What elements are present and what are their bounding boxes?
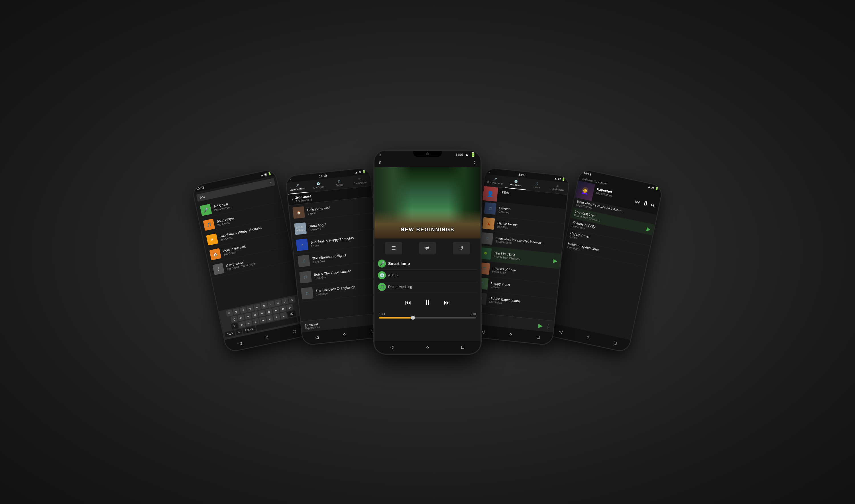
album-thumb-bob: 🎵 xyxy=(299,271,312,283)
camera-dot xyxy=(426,152,429,155)
recents-button[interactable]: □ xyxy=(610,338,620,347)
key-globe[interactable]: ⌂ xyxy=(235,328,243,335)
key-p[interactable]: п xyxy=(258,309,266,317)
key-t[interactable]: т xyxy=(273,313,281,321)
tab-tracks[interactable]: 🎵 Треки xyxy=(328,176,350,190)
pause-btn-rightmost[interactable]: ⏸ xyxy=(642,199,649,208)
song-thumb: ♩ xyxy=(212,263,225,275)
tab-artists-right[interactable]: 🎤 Исполнители xyxy=(484,174,506,188)
key-d[interactable]: д xyxy=(286,304,293,311)
key-u[interactable]: у xyxy=(239,307,247,314)
key-shift[interactable]: ⇧ xyxy=(231,322,238,330)
tab-albums-right[interactable]: 💿 Альбомы xyxy=(505,176,527,190)
back-button[interactable]: ◁ xyxy=(556,327,565,336)
mini-more-icon[interactable]: ⋮ xyxy=(545,323,551,330)
key-r[interactable]: р xyxy=(265,308,273,315)
close-icon[interactable]: × xyxy=(269,180,272,184)
key-ch[interactable]: ч xyxy=(288,296,296,303)
key-shch[interactable]: щ xyxy=(281,298,289,305)
play-arrow-icon[interactable]: ▶ xyxy=(553,257,558,264)
song-thumb-even: 🎵 xyxy=(481,232,493,245)
track-title-row: 🎤 Smart lamp xyxy=(378,258,477,270)
key-y2[interactable]: ы xyxy=(237,314,245,321)
key-g[interactable]: г xyxy=(267,301,275,308)
tab-playlists-right[interactable]: ☰ Плейлисты xyxy=(547,181,569,194)
home-button[interactable]: ○ xyxy=(263,332,272,342)
back-button[interactable]: ◁ xyxy=(313,333,321,342)
recents-button[interactable]: □ xyxy=(289,327,299,336)
mini-play-icon[interactable]: ▶ xyxy=(538,322,543,329)
album-thumb-sand: SANDANGEL xyxy=(294,222,307,235)
track-album: ABGB xyxy=(388,273,397,277)
home-button[interactable]: ○ xyxy=(506,330,515,339)
key-s[interactable]: с xyxy=(252,318,259,325)
playback-controls: ⏮ ⏸ ⏭ xyxy=(378,296,477,309)
progress-thumb[interactable] xyxy=(411,316,415,320)
nav-bar-center: ◁ ○ □ xyxy=(374,341,481,354)
time-right: 14:10 xyxy=(518,173,527,177)
more-icon[interactable]: ⋮ xyxy=(472,160,477,166)
playlist-button[interactable]: ☰ xyxy=(385,242,402,254)
prev-button[interactable]: ⏮ xyxy=(402,296,414,309)
tab-tracks-right[interactable]: 🎵 Треки xyxy=(526,178,548,192)
key-k[interactable]: к xyxy=(247,305,254,312)
key-n[interactable]: н xyxy=(260,302,268,309)
phone-left-screen: ♪ 14:10 ▲ ⊠ 🔋 🎤 Исполнители 💿 Альбомы xyxy=(286,168,387,345)
tab-albums[interactable]: 💿 Альбомы xyxy=(307,178,329,192)
time-leftmost: 10:53 xyxy=(196,185,204,190)
track-playlist: Dream wedding xyxy=(388,285,412,289)
play-arrow-icon[interactable]: ▶ xyxy=(646,226,651,232)
back-button[interactable]: ◁ xyxy=(235,338,245,347)
key-backspace[interactable]: ⌫ xyxy=(287,310,297,318)
key-ts[interactable]: ц xyxy=(233,308,240,315)
notch xyxy=(413,151,442,157)
pause-button[interactable]: ⏸ xyxy=(421,296,434,309)
time-current: 1:44 xyxy=(379,312,385,316)
album-art: NEW BEGINNINGS xyxy=(374,167,481,238)
progress-fill xyxy=(379,317,411,319)
song-list-right: 🎵 Chyeah GMoney 💃 Dance for me Dap-Dap 🎵 xyxy=(471,200,566,314)
key-y[interactable]: й xyxy=(226,309,233,317)
phone-center: ♪ 11:01 ▲ 🔋 ⇪ ⋮ xyxy=(373,149,482,355)
tab-playlists[interactable]: ☰ Плейлисты xyxy=(349,174,371,188)
key-e[interactable]: е xyxy=(253,303,261,310)
home-button[interactable]: ○ xyxy=(340,330,349,339)
key-m[interactable]: м xyxy=(259,316,266,323)
album-list: 🏠 Hole in the wall 1 трек SANDANGEL Sand… xyxy=(289,197,382,302)
key-a[interactable]: а xyxy=(251,311,259,318)
key-v[interactable]: в xyxy=(244,312,252,320)
phone-right-screen: ♪ 14:10 ▲ ⊠ 🔋 🎤 Исполнители 💿 Альбомы xyxy=(468,168,569,345)
song-thumb-chyeah: 🎵 xyxy=(484,202,497,215)
time-rightmost: 14:18 xyxy=(583,171,591,176)
key-ch2[interactable]: ч xyxy=(245,319,252,326)
key-123[interactable]: ?123 xyxy=(224,330,235,338)
key-l[interactable]: л xyxy=(279,305,287,312)
key-ya[interactable]: я xyxy=(238,321,245,328)
back-button[interactable]: ◁ xyxy=(388,343,396,351)
home-button[interactable]: ○ xyxy=(424,343,431,351)
song-thumb: 🎤 xyxy=(200,204,212,216)
playlist-row: 🎵 Dream wedding xyxy=(378,281,477,293)
recents-button[interactable]: □ xyxy=(534,333,542,342)
status-icons-leftmost: ▲ ⊠ 🔋 xyxy=(260,171,272,177)
home-button[interactable]: ○ xyxy=(583,332,592,342)
music-note-center: ♪ xyxy=(379,152,381,157)
album-thumb-sunshine: ☀ xyxy=(296,238,308,251)
key-sh[interactable]: ш xyxy=(274,299,282,306)
repeat-button[interactable]: ↺ xyxy=(453,242,470,254)
song-thumb: 🏠 xyxy=(209,248,221,260)
next-button[interactable]: ⏭ xyxy=(441,296,453,309)
progress-track[interactable] xyxy=(379,317,476,319)
prev-btn-rightmost[interactable]: ⏮ xyxy=(635,198,641,205)
control-buttons-row: ☰ ⇌ ↺ xyxy=(378,242,477,254)
playlist-icon: 🎵 xyxy=(378,283,386,291)
phones-container: 10:53 ▲ ⊠ 🔋 3rd × 🎤 3rd Coast Исполнит xyxy=(29,24,826,480)
tab-artists[interactable]: 🎤 Исполнители xyxy=(286,181,308,194)
next-btn-rightmost[interactable]: ⏭ xyxy=(650,202,656,209)
shuffle-button[interactable]: ⇌ xyxy=(419,242,436,254)
key-soft[interactable]: ь xyxy=(280,312,287,319)
key-i[interactable]: и xyxy=(266,315,273,322)
recents-button[interactable]: □ xyxy=(459,343,467,351)
key-f[interactable]: ф xyxy=(230,316,238,323)
key-o[interactable]: о xyxy=(272,307,280,314)
